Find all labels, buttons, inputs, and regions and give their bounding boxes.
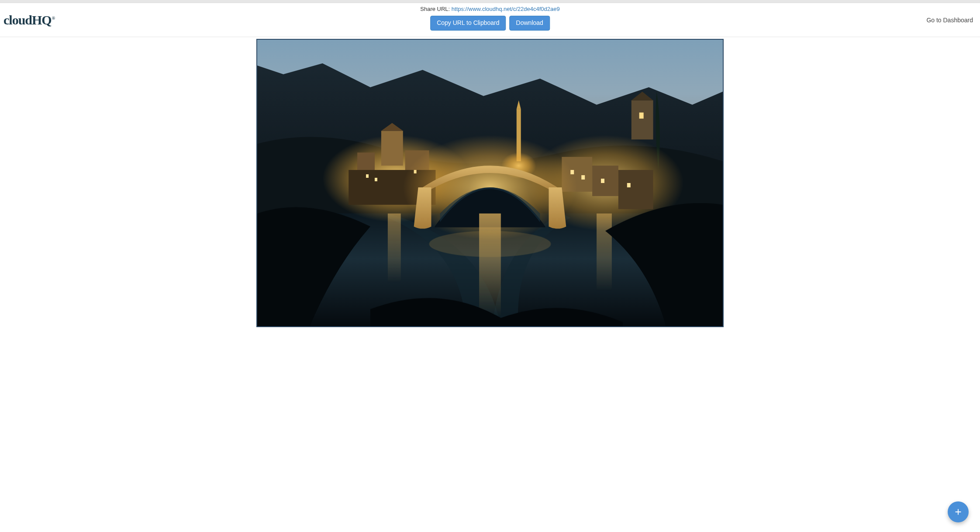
window-top-strip [0,0,980,3]
logo[interactable]: cloudHQ® [3,13,55,28]
svg-rect-28 [597,214,612,292]
plus-icon [953,507,963,517]
svg-rect-23 [601,179,604,183]
add-fab-button[interactable] [948,501,969,522]
button-row: Copy URL to Clipboard Download [430,16,550,31]
svg-rect-22 [581,175,585,180]
svg-rect-26 [479,214,501,318]
share-url-line: Share URL: https://www.cloudhq.net/c/22d… [420,6,559,12]
svg-rect-24 [627,183,631,187]
go-to-dashboard-link[interactable]: Go to Dashboard [926,17,973,24]
svg-rect-27 [388,214,401,283]
header-bar: cloudHQ® Share URL: https://www.cloudhq.… [0,3,980,37]
svg-rect-9 [375,178,377,181]
svg-rect-20 [618,170,653,209]
svg-rect-14 [631,100,653,140]
svg-rect-8 [366,174,369,178]
download-button[interactable]: Download [510,16,550,31]
share-controls: Share URL: https://www.cloudhq.net/c/22d… [420,6,559,31]
share-url-link[interactable]: https://www.cloudhq.net/c/22de4c4f0d2ae9 [452,6,560,12]
content-area [0,37,980,345]
share-url-label: Share URL: [420,6,452,12]
svg-rect-19 [592,166,618,196]
svg-rect-16 [639,113,644,119]
svg-point-29 [429,231,551,257]
logo-text: cloudHQ [3,13,52,27]
copy-url-button[interactable]: Copy URL to Clipboard [430,16,506,31]
svg-rect-3 [381,131,403,166]
shared-image [256,39,724,327]
logo-registered: ® [52,16,55,21]
